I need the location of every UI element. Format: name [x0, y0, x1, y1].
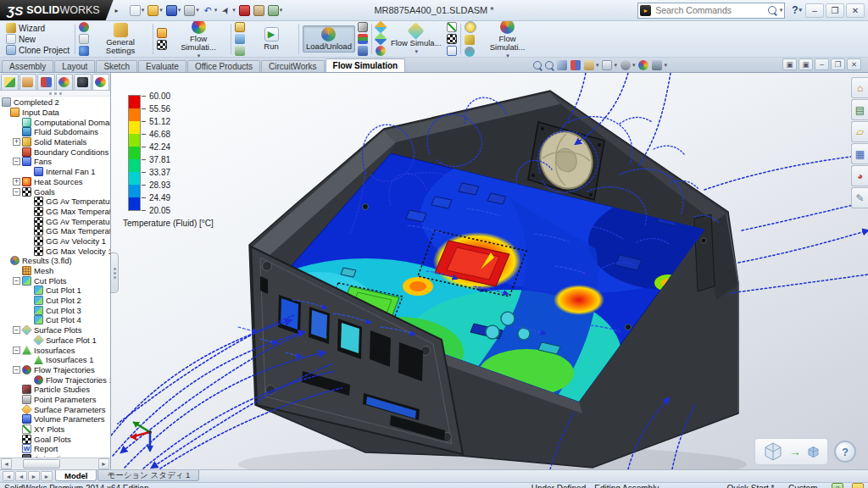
tree-item-particle-studies[interactable]: Particle Studies: [0, 385, 110, 395]
engineering-db-icon[interactable]: [79, 46, 89, 56]
gears-icon[interactable]: [465, 47, 475, 57]
tree-item-fluid-subdomains[interactable]: Fluid Subdomains: [0, 127, 110, 137]
tree-item-flow-trajectories[interactable]: −Flow Trajectories: [0, 365, 110, 375]
feature-tab-flow-simulation[interactable]: [92, 74, 110, 90]
new-project-button[interactable]: New: [4, 34, 71, 44]
tree-item-completed-2[interactable]: Completed 2: [0, 97, 110, 108]
feature-tab-dimxpertmanager[interactable]: [56, 74, 74, 90]
dropdown-caret[interactable]: ▾: [280, 7, 283, 14]
dynamic-assembly-icon[interactable]: [557, 60, 567, 70]
zoom-area-icon[interactable]: [545, 60, 554, 70]
panel-splitter-handle[interactable]: [0, 91, 110, 97]
tree-item-cut-plots[interactable]: −Cut Plots: [0, 275, 110, 286]
tree-item-isosurfaces-1[interactable]: Isosurfaces 1: [0, 355, 110, 365]
tree-expander[interactable]: +: [13, 138, 20, 146]
help-button[interactable]: ?▾: [792, 4, 802, 16]
menu-expand-arrow[interactable]: ▸: [115, 7, 119, 14]
tree-item-gg-av-velocity-1[interactable]: GG Av Velocity 1: [0, 236, 110, 247]
tree-item-report[interactable]: Report: [0, 444, 110, 454]
select-button[interactable]: ➤▾: [220, 4, 236, 17]
zoom-fit-icon[interactable]: [533, 60, 542, 70]
tree-expander[interactable]: −: [13, 326, 20, 334]
mesh-settings-icon[interactable]: [235, 22, 245, 32]
full-model-cube-icon[interactable]: [763, 441, 783, 462]
minimize-button[interactable]: –: [805, 3, 824, 18]
scroll-left-arrow[interactable]: ◄: [1, 458, 12, 469]
flow-simulation-tools-button[interactable]: Flow Simulati... ▾: [479, 19, 537, 59]
tree-item-mesh[interactable]: Mesh: [0, 266, 110, 276]
display-style-icon[interactable]: ▾: [602, 60, 617, 70]
tree-item-cut-plot-1[interactable]: Cut Plot 1: [0, 286, 110, 296]
print-button[interactable]: ▾: [183, 4, 200, 17]
tree-item-surface-parameters[interactable]: Surface Parameters: [0, 404, 110, 414]
report-icon[interactable]: [447, 46, 457, 56]
doc-restore-button[interactable]: ❐: [831, 58, 845, 70]
tree-item-gg-av-temperature-fl[interactable]: GG Av Temperature (Fl: [0, 197, 110, 207]
tag-icon[interactable]: ⬩: [852, 483, 864, 488]
feature-tab-featuremanager[interactable]: [1, 74, 19, 90]
tree-item-cut-plot-2[interactable]: Cut Plot 2: [0, 296, 110, 306]
search-scope-icon[interactable]: ▸: [640, 5, 651, 16]
component-control-icon[interactable]: [79, 22, 89, 32]
taskpane-tab-design-library[interactable]: ▤: [851, 99, 868, 120]
options-list-button[interactable]: ▾: [267, 4, 284, 17]
model-tab[interactable]: Model: [55, 470, 97, 481]
dropdown-caret[interactable]: ▾: [159, 7, 163, 14]
goal-plot-icon[interactable]: [447, 34, 457, 44]
next-tab-button[interactable]: ►: [28, 471, 40, 481]
xy-plot-icon[interactable]: [447, 22, 457, 32]
dropdown-caret[interactable]: ▾: [196, 7, 199, 14]
tree-item-flow-trajectories-1[interactable]: Flow Trajectories 1: [0, 374, 110, 385]
hide-show-items-icon[interactable]: ▾: [620, 60, 636, 70]
tree-item-cut-plot-3[interactable]: Cut Plot 3: [0, 305, 110, 315]
tree-item-internal-fan-1[interactable]: Internal Fan 1: [0, 167, 110, 177]
scrollbar-thumb[interactable]: [23, 459, 60, 469]
appearances-icon[interactable]: [638, 60, 648, 70]
tree-item-boundary-conditions[interactable]: Boundary Conditions: [0, 147, 110, 157]
taskpane-tab-custom-properties[interactable]: ✎: [851, 187, 868, 208]
scroll-right-arrow[interactable]: ►: [98, 458, 109, 469]
tree-item-goals[interactable]: −Goals: [0, 186, 110, 197]
quick-start-dropdown[interactable]: Quick Start *▴: [726, 484, 780, 488]
dropdown-caret[interactable]: ▾: [214, 7, 218, 14]
section-view-icon[interactable]: [570, 60, 581, 70]
conditions-folder-icon[interactable]: [157, 28, 167, 38]
flow-simulation-sources-button[interactable]: Flow Simulati... ▾: [170, 19, 227, 59]
prev-tab-button[interactable]: ◄: [15, 471, 27, 481]
taskpane-tab-appearances-scenes[interactable]: ◕: [851, 165, 868, 186]
doc-minimize-button[interactable]: –: [815, 58, 829, 70]
flow-simulation-display-button[interactable]: Flow Simula... ▾: [388, 23, 444, 55]
tree-item-surface-plot-1[interactable]: Surface Plot 1: [0, 336, 110, 346]
units-icon[interactable]: [79, 34, 89, 44]
cut-plot-icon[interactable]: [374, 20, 387, 33]
scene-settings-icon[interactable]: ▾: [652, 60, 667, 70]
tree-expander[interactable]: −: [13, 158, 20, 165]
tree-item-gg-max-temperature-[interactable]: GG Max Temperature (: [0, 226, 110, 236]
isosurface-icon[interactable]: [376, 46, 386, 56]
general-settings-button[interactable]: General Settings: [92, 22, 149, 56]
dropdown-caret[interactable]: ▾: [178, 7, 181, 14]
tree-item-xy-plots[interactable]: XY Plots: [0, 424, 110, 435]
tree-item-gg-max-velocity-1[interactable]: GG Max Velocity 1: [0, 246, 110, 256]
tree-item-input-data[interactable]: Input Data: [0, 108, 110, 118]
open-button[interactable]: ▾: [147, 4, 164, 17]
tree-item-surface-plots[interactable]: −Surface Plots: [0, 325, 110, 336]
tree-item-computational-domain[interactable]: Computational Domain: [0, 117, 110, 127]
tree-item-isosurfaces[interactable]: −Isosurfaces: [0, 345, 110, 355]
simplified-model-cube-icon[interactable]: [807, 446, 820, 458]
tree-item-fans[interactable]: −Fans: [0, 157, 110, 167]
doc-split-icon[interactable]: ▣: [782, 58, 797, 70]
wizard-button[interactable]: Wizard: [4, 23, 71, 33]
tree-item-results-3-fld-[interactable]: Results (3.fld): [0, 256, 110, 266]
tree-item-gg-max-temperature-[interactable]: GG Max Temperature (: [0, 207, 110, 217]
custom-units-dropdown[interactable]: Custom▴: [788, 484, 823, 488]
graphics-viewport[interactable]: 60.0055.5651.1246.6842.2437.8133.3728.93…: [111, 73, 868, 469]
tree-item-heat-sources[interactable]: +Heat Sources: [0, 177, 110, 187]
tree-expander[interactable]: +: [13, 178, 20, 186]
feature-tab-displaymanager[interactable]: [74, 74, 92, 90]
tree-item-point-parameters[interactable]: Point Parameters: [0, 395, 110, 405]
tree-expander[interactable]: −: [13, 188, 20, 196]
tree-item-cut-plot-4[interactable]: Cut Plot 4: [0, 315, 110, 325]
tab-evaluate[interactable]: Evaluate: [138, 60, 186, 72]
doc-split2-icon[interactable]: ▣: [798, 58, 813, 70]
